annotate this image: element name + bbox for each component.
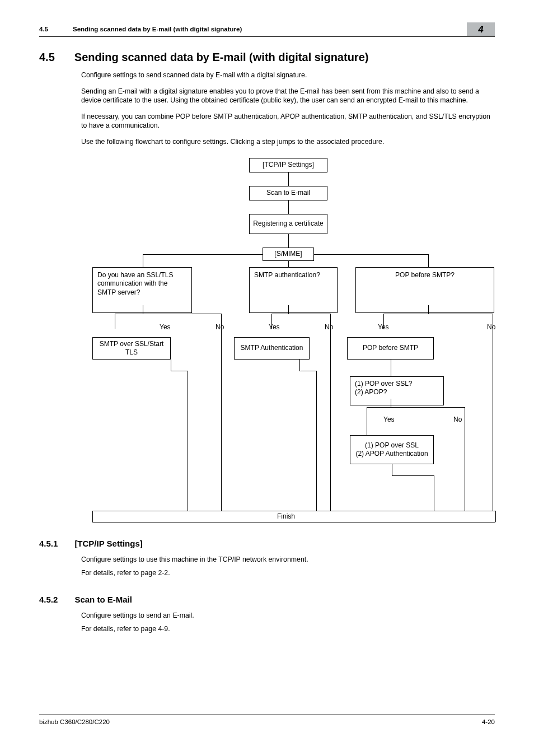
flow-tcpip[interactable]: [TCP/IP Settings] [249,158,327,172]
flow-pop-q2: (1) POP over SSL? (2) APOP? [350,376,444,405]
flow-pop-q: POP before SMTP? [355,267,494,313]
header-section-title: Sending scanned data by E-mail (with dig… [73,26,242,32]
sub1-p2: For details, refer to page 2-2. [81,568,495,578]
h2-num-1: 4.5.1 [39,539,58,548]
flow-pop-a[interactable]: POP before SMTP [347,337,434,360]
flow-ssl-a[interactable]: SMTP over SSL/Start TLS [92,337,171,360]
lbl-yes-2: Yes [269,323,280,331]
lbl-no-3: No [487,323,495,331]
h1-title: Sending scanned data by E-mail (with dig… [74,51,369,64]
lbl-no-1: No [216,323,224,331]
chapter-tab: 4 [467,22,495,36]
flow-scan[interactable]: Scan to E-mail [249,186,327,200]
lbl-yes-4: Yes [383,416,395,423]
h1-num: 4.5 [39,51,55,64]
flow-ssl-q: Do you have an SSL/TLS communication wit… [92,267,192,313]
h2-num-2: 4.5.2 [39,595,58,604]
footer-product: bizhub C360/C280/C220 [39,718,110,725]
page-footer: bizhub C360/C280/C220 4-20 [39,715,495,725]
flowchart: [TCP/IP Settings] Scan to E-mail Registe… [81,158,495,522]
intro-p3: If necessary, you can combine POP before… [81,112,495,130]
h2-title-1: [TCP/IP Settings] [74,539,142,548]
lbl-no-4: No [453,416,462,423]
intro-p4: Use the following flowchart to configure… [81,137,495,147]
sub2-p1: Configure settings to send an E-mail. [81,611,495,620]
h2-title-2: Scan to E-Mail [74,595,132,604]
intro-p1: Configure settings to send scanned data … [81,71,495,80]
flow-smtp-a[interactable]: SMTP Authentication [234,337,310,360]
header-section-num: 4.5 [39,26,56,32]
page-header: 4.5 Sending scanned data by E-mail (with… [39,22,495,37]
intro-p2: Sending an E-mail with a digital signatu… [81,87,495,105]
flow-cert[interactable]: Registering a certificate [249,214,327,234]
lbl-yes-1: Yes [160,323,171,331]
flow-smime[interactable]: [S/MIME] [263,248,314,261]
flow-smtp-q: SMTP authentication? [249,267,338,313]
flow-pop-a2[interactable]: (1) POP over SSL (2) APOP Authentication [350,435,434,464]
footer-page: 4-20 [482,718,495,725]
sub2-p2: For details, refer to page 4-9. [81,624,495,634]
lbl-no-2: No [325,323,333,331]
flow-finish: Finish [277,512,295,520]
lbl-yes-3: Yes [378,323,389,331]
sub1-p1: Configure settings to use this machine i… [81,555,495,564]
